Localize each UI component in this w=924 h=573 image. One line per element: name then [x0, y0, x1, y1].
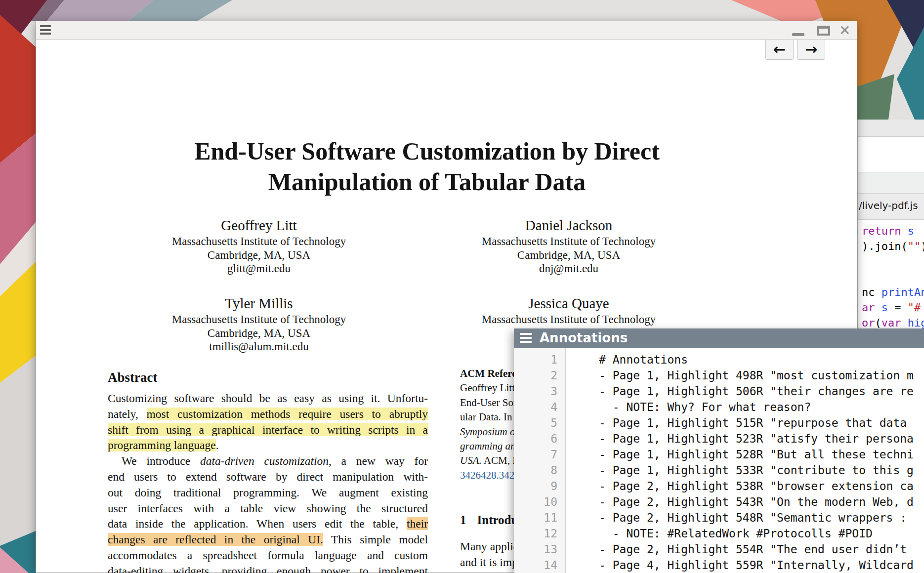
annotations-panel: Annotations 1 2 3 4 5 6 7 8 9 10 11 12 1… [514, 328, 924, 573]
minimize-button[interactable] [792, 33, 804, 36]
highlight-orange[interactable]: their [407, 517, 428, 530]
code-line: ).join("") [862, 239, 924, 254]
annotation-line[interactable]: - Page 1, Highlight 506R "their changes … [599, 383, 924, 399]
introduction-heading: 1Introdu [460, 513, 518, 527]
annotation-line[interactable]: - Page 2, Highlight 548R "Semantic wrapp… [599, 510, 924, 526]
editor-code-area[interactable]: return s ).join("") nc printAn ar s = "#… [862, 223, 924, 330]
highlight-orange[interactable]: changes are reflected in the original UI… [108, 533, 323, 546]
editor-tab-strip: /lively-pdf.js [858, 194, 924, 220]
annotations-editor[interactable]: # Annotations - Page 1, Highlight 498R "… [566, 348, 924, 573]
highlight-yellow[interactable]: shift from using a graphical interface t… [108, 423, 428, 436]
maximize-button[interactable] [817, 26, 830, 36]
highlight-yellow[interactable]: most customization methods require users… [147, 408, 428, 420]
annotation-line[interactable]: - Page 2, Highlight 543R "On the modern … [599, 494, 924, 510]
author-daniel-jackson: Daniel Jackson Massachusetts Institute o… [420, 216, 717, 276]
code-line: nc printAn [862, 285, 924, 300]
annotation-line[interactable]: - Page 1, Highlight 515R "repurpose that… [599, 415, 924, 431]
annotation-line[interactable]: - NOTE: Why? For what reason? [599, 399, 924, 415]
code-line-blank [862, 269, 924, 285]
paper-title: End-User Software Customization by Direc… [36, 136, 818, 197]
annotation-line[interactable]: - Page 2, Highlight 554R "The end user d… [599, 541, 924, 557]
menu-icon[interactable] [40, 25, 51, 37]
annotation-line[interactable]: - Page 1, Highlight 528R "But all these … [599, 447, 924, 462]
annotation-line[interactable]: - NOTE: #RelatedWork #Protocolls #POID [599, 526, 924, 541]
annotation-line[interactable]: - Page 4, Highlight 559R "Internally, Wi… [599, 557, 924, 573]
annotation-line[interactable]: - Page 2, Highlight 538R "browser extens… [599, 478, 924, 494]
annotation-line[interactable]: - Page 1, Highlight 498R "most customiza… [599, 368, 924, 383]
code-line-blank [862, 254, 924, 269]
back-button[interactable]: ← [765, 39, 794, 60]
line-number-gutter: 1 2 3 4 5 6 7 8 9 10 11 12 13 14 [514, 348, 566, 573]
highlight-yellow[interactable]: programming language [108, 439, 216, 451]
forward-button[interactable]: → [797, 39, 825, 60]
editor-titlebar[interactable] [858, 120, 924, 137]
code-line: ar s = "# [862, 300, 924, 315]
annotation-line[interactable]: - Page 1, Highlight 523R "atisfy their p… [599, 431, 924, 447]
tab-lively-pdf-js[interactable]: /lively-pdf.js [859, 200, 918, 211]
annotation-line[interactable]: - Page 1, Highlight 533R "contribute to … [599, 462, 924, 478]
annotations-panel-header[interactable]: Annotations [514, 328, 924, 348]
abstract-body: Customizing software should be as easy a… [108, 391, 428, 573]
abstract-heading: Abstract [108, 370, 157, 385]
annotation-line[interactable]: # Annotations [599, 352, 924, 368]
code-line: return s [862, 223, 924, 239]
author-geoffrey-litt: Geoffrey Litt Massachusetts Institute of… [111, 216, 407, 276]
panel-menu-icon[interactable] [520, 333, 532, 345]
desktop: { "pdf": { "nav": { "back": "←", "forwar… [0, 0, 924, 573]
close-button[interactable]: ✕ [839, 23, 850, 39]
annotations-panel-title: Annotations [540, 330, 628, 345]
pdf-titlebar[interactable]: ✕ [36, 21, 857, 40]
author-tyler-millis: Tyler Millis Massachusetts Institute of … [111, 294, 407, 354]
editor-toolbar [858, 172, 924, 194]
